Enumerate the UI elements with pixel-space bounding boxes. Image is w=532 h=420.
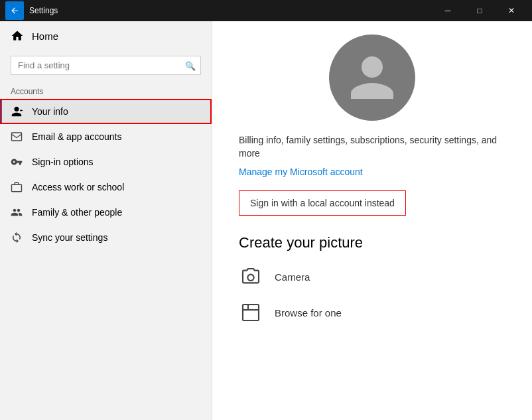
minimize-button[interactable]: ─ <box>432 0 463 21</box>
back-button[interactable] <box>5 1 24 20</box>
sidebar-item-sync[interactable]: Sync your settings <box>0 225 212 250</box>
home-icon <box>11 29 24 42</box>
camera-icon <box>239 265 263 289</box>
accounts-section-label: Accounts <box>0 80 212 99</box>
email-icon <box>11 131 23 143</box>
sidebar-item-family[interactable]: Family & other people <box>0 200 212 225</box>
create-picture-title: Create your picture <box>239 234 505 251</box>
camera-label: Camera <box>275 271 310 283</box>
work-school-label: Access work or school <box>32 182 124 192</box>
key-icon <box>11 156 23 168</box>
home-label: Home <box>32 31 58 42</box>
browse-icon <box>239 301 263 324</box>
sidebar-item-your-info[interactable]: Your info <box>0 99 212 124</box>
window-controls: ─ □ ✕ <box>432 0 527 21</box>
sign-in-label: Sign-in options <box>32 157 94 167</box>
browse-label: Browse for one <box>275 307 342 318</box>
sidebar: Home 🔍 Accounts Your info Email & app ac… <box>0 21 212 420</box>
your-info-label: Your info <box>32 106 68 117</box>
avatar-area <box>239 35 505 121</box>
main-area: Home 🔍 Accounts Your info Email & app ac… <box>0 21 532 420</box>
content-area: Billing info, family settings, subscript… <box>212 21 532 420</box>
svg-point-5 <box>247 275 253 281</box>
sidebar-item-sign-in[interactable]: Sign-in options <box>0 149 212 175</box>
svg-rect-3 <box>12 184 22 192</box>
family-label: Family & other people <box>32 207 122 218</box>
close-button[interactable]: ✕ <box>496 0 527 21</box>
svg-rect-6 <box>243 305 259 320</box>
sidebar-item-home[interactable]: Home <box>0 21 212 50</box>
svg-rect-2 <box>12 133 22 141</box>
avatar <box>329 35 415 121</box>
billing-info-text: Billing info, family settings, subscript… <box>239 134 505 160</box>
search-area: 🔍 <box>0 50 212 80</box>
sync-icon <box>11 232 23 244</box>
family-icon <box>11 206 23 218</box>
maximize-button[interactable]: □ <box>464 0 495 21</box>
local-account-button[interactable]: Sign in with a local account instead <box>239 190 406 216</box>
briefcase-icon <box>11 181 23 193</box>
search-input[interactable] <box>11 56 201 75</box>
browse-option[interactable]: Browse for one <box>239 301 505 324</box>
sync-label: Sync your settings <box>32 232 107 243</box>
search-wrapper: 🔍 <box>11 56 201 75</box>
person-icon <box>11 105 23 117</box>
window-title: Settings <box>29 6 432 15</box>
email-label: Email & app accounts <box>32 131 121 142</box>
sidebar-item-email[interactable]: Email & app accounts <box>0 124 212 149</box>
sidebar-item-work-school[interactable]: Access work or school <box>0 175 212 200</box>
title-bar: Settings ─ □ ✕ <box>0 0 532 21</box>
camera-option[interactable]: Camera <box>239 265 505 289</box>
manage-account-link[interactable]: Manage my Microsoft account <box>239 167 505 177</box>
